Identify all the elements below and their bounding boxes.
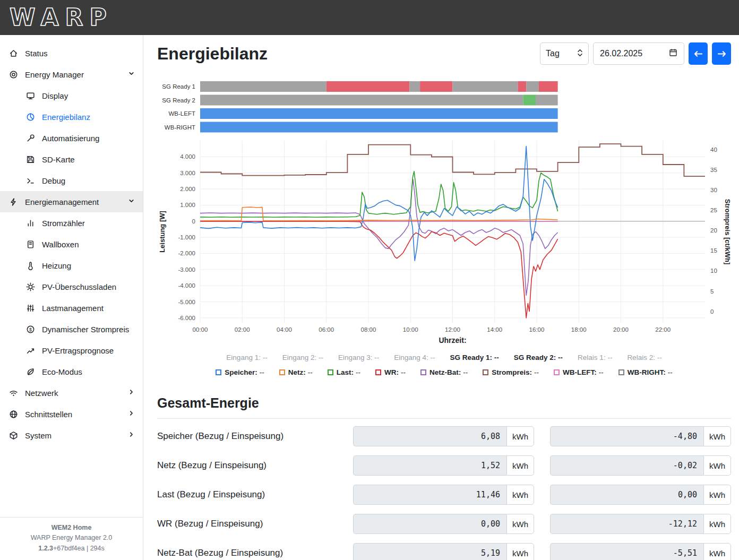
legend-io-entry: Relais 2: -- — [627, 354, 661, 361]
sidebar-item-status[interactable]: Status — [0, 42, 143, 64]
terminal-icon — [25, 176, 35, 185]
sidebar-item-label: Wallboxen — [42, 240, 79, 249]
legend-io-entry: Eingang 3: -- — [338, 354, 379, 361]
energy-row-label: WR (Bezug / Einspeisung) — [157, 519, 337, 529]
legend-swatch — [483, 369, 488, 375]
sidebar-item-dynamischer-strompreis[interactable]: $ Dynamischer Strompreis — [0, 318, 143, 340]
svg-text:0: 0 — [710, 308, 714, 315]
globe-icon — [8, 409, 18, 419]
sidebar-item-automatisierung[interactable]: Automatisierung — [0, 127, 143, 149]
sidebar-item-stromzaehler[interactable]: Stromzähler — [0, 212, 143, 234]
svg-text:-6.000: -6.000 — [178, 315, 195, 321]
svg-text:35: 35 — [710, 167, 717, 173]
legend-series-label: WR: — [384, 368, 399, 376]
sliders-icon — [25, 303, 35, 313]
energy-unit: kWh — [703, 514, 731, 534]
sidebar-item-energiebilanz[interactable]: Energiebilanz — [0, 106, 143, 127]
previous-day-button[interactable] — [689, 42, 708, 65]
legend-series-value: -- — [401, 368, 406, 376]
legend-series-entry[interactable]: Netz:-- — [279, 368, 313, 376]
sidebar-item-label: Display — [42, 91, 68, 100]
energy-unit: kWh — [506, 514, 534, 534]
home-icon — [8, 48, 18, 58]
display-icon — [25, 91, 35, 100]
svg-text:4.000: 4.000 — [180, 153, 195, 160]
legend-series-entry[interactable]: Speicher:-- — [216, 368, 264, 376]
date-input[interactable]: 26.02.2025 — [593, 42, 684, 65]
sidebar-item-wallboxen[interactable]: Wallboxen — [0, 234, 143, 255]
legend-series-entry[interactable]: WB-RIGHT:-- — [618, 368, 673, 376]
sidebar-item-heizung[interactable]: Heizung — [0, 255, 143, 276]
section-divider — [157, 418, 731, 419]
sidebar-item-label: Heizung — [42, 261, 71, 270]
sidebar-footer: WEM2 Home WARP Energy Manager 2.0 1.2.3+… — [0, 517, 143, 560]
sidebar-item-schnittstellen[interactable]: Schnittstellen — [0, 403, 143, 425]
legend-series-entry[interactable]: Last:-- — [328, 368, 360, 376]
sidebar-item-eco-modus[interactable]: Eco-Modus — [0, 361, 143, 382]
svg-text:15: 15 — [710, 247, 717, 254]
energy-value: 5,19 — [353, 543, 506, 560]
range-select[interactable]: Tag — [540, 42, 589, 65]
energy-row-label: Netz-Bat (Bezug / Einspeisung) — [157, 548, 337, 558]
wallbox-icon — [25, 239, 35, 249]
chevron-right-icon — [127, 388, 135, 398]
sidebar-item-label: PV-Überschussladen — [42, 282, 116, 291]
sidebar-item-energy-manager[interactable]: Energy Manager — [0, 64, 143, 85]
sidebar-item-label: Schnittstellen — [25, 410, 72, 419]
product-name: WARP Energy Manager 2.0 — [3, 533, 140, 543]
sidebar-item-system[interactable]: System — [0, 425, 143, 446]
legend-series-value: -- — [308, 368, 313, 376]
energy-balance-chart[interactable]: 00:0002:0004:0006:0008:0010:0012:0014:00… — [157, 80, 731, 376]
svg-text:08:00: 08:00 — [361, 326, 376, 333]
sidebar-item-lastmanagement[interactable]: Lastmanagement — [0, 297, 143, 318]
date-value: 26.02.2025 — [600, 49, 642, 58]
legend-series-entry[interactable]: WB-LEFT:-- — [554, 368, 604, 376]
energy-import-group: 0,00kWh — [353, 514, 534, 534]
lightning-icon — [8, 197, 18, 206]
sidebar-item-label: Energiebilanz — [42, 113, 90, 122]
sidebar-item-label: Stromzähler — [42, 219, 85, 228]
chevron-right-icon — [127, 430, 135, 440]
bar-chart-icon — [25, 218, 35, 228]
energy-value: -5,51 — [550, 543, 703, 560]
select-arrows-icon — [577, 49, 583, 59]
sidebar-item-netzwerk[interactable]: Netzwerk — [0, 382, 143, 403]
svg-text:-3.000: -3.000 — [178, 266, 195, 273]
total-energy-table: Speicher (Bezug / Einspeisung)6,08kWh-4,… — [157, 426, 731, 560]
next-day-button[interactable] — [712, 42, 731, 65]
legend-io-entry: SG Ready 2: -- — [514, 354, 563, 361]
legend-series-entry[interactable]: Netz-Bat:-- — [420, 368, 468, 376]
legend-series-value: -- — [668, 368, 673, 376]
energy-value: 0,00 — [550, 485, 703, 505]
svg-text:20: 20 — [710, 227, 717, 234]
sidebar-item-pv-ertragsprognose[interactable]: PV-Ertragsprognose — [0, 340, 143, 361]
thermometer-icon — [25, 261, 35, 270]
svg-text:25: 25 — [710, 207, 717, 213]
sidebar-item-label: Debug — [42, 176, 65, 185]
legend-series-entry[interactable]: WR:-- — [375, 368, 406, 376]
sidebar-item-debug[interactable]: Debug — [0, 170, 143, 191]
energy-import-group: 5,19kWh — [353, 543, 534, 560]
svg-text:$: $ — [29, 326, 32, 332]
svg-text:Leistung [W]: Leistung [W] — [158, 211, 166, 253]
legend-series-label: Last: — [337, 368, 354, 376]
page-title: Energiebilanz — [157, 44, 268, 64]
legend-io-entry: Relais 1: -- — [578, 354, 612, 361]
sidebar-item-sd-karte[interactable]: SD-Karte — [0, 149, 143, 170]
sidebar-item-display[interactable]: Display — [0, 85, 143, 106]
svg-text:SG Ready 1: SG Ready 1 — [162, 83, 195, 90]
sidebar-nav: Status Energy Manager Display Energiebil… — [0, 35, 143, 446]
energy-import-group: 1,52kWh — [353, 455, 534, 476]
total-energy-heading: Gesamt-Energie — [157, 395, 731, 411]
energy-row: Last (Bezug / Einspeisung)11,46kWh0,00kW… — [157, 485, 731, 505]
chevron-down-icon — [127, 70, 135, 79]
legend-swatch — [279, 369, 285, 375]
chart-canvas[interactable]: 00:0002:0004:0006:0008:0010:0012:0014:00… — [157, 80, 732, 345]
svg-text:22:00: 22:00 — [655, 326, 671, 333]
sidebar-item-energiemanagement[interactable]: Energiemanagement — [0, 191, 143, 212]
legend-swatch — [328, 369, 333, 375]
sidebar-item-label: Automatisierung — [42, 134, 99, 143]
svg-text:-1.000: -1.000 — [178, 234, 195, 240]
legend-series-entry[interactable]: Strompreis:-- — [483, 368, 539, 376]
sidebar-item-pv-ueberschussladen[interactable]: PV-Überschussladen — [0, 276, 143, 297]
